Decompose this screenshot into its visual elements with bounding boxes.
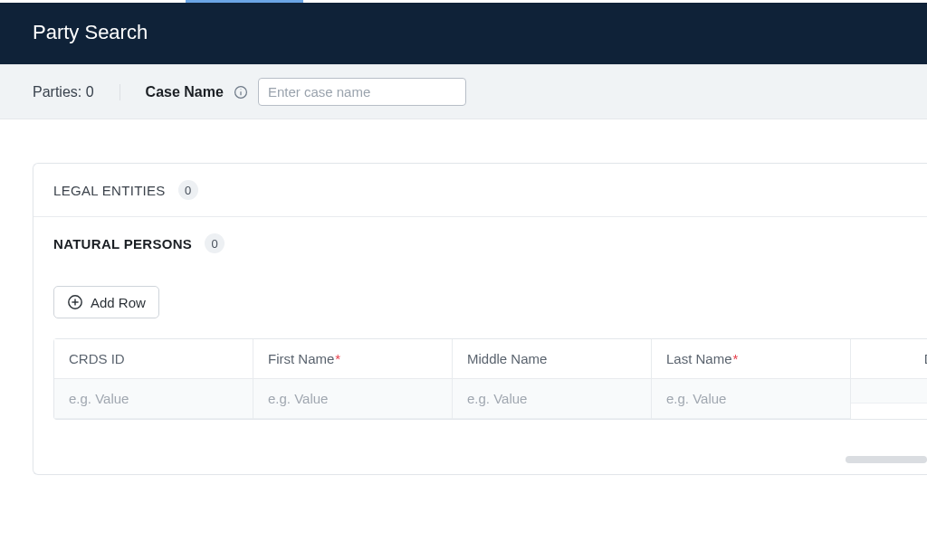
case-name-group: Case Name [146,78,466,106]
legal-entities-label: LEGAL ENTITIES [53,183,166,198]
active-tab-indicator [0,0,927,3]
cell-crds-id[interactable]: e.g. Value [54,379,253,419]
col-last-name: Last Name* e.g. Value [652,339,851,419]
page-header: Party Search [0,3,927,64]
add-row-area: Add Row [33,261,927,338]
col-middle-name: Middle Name e.g. Value [453,339,652,419]
col-crds-id: CRDS ID e.g. Value [54,339,253,419]
legal-entities-section[interactable]: LEGAL ENTITIES 0 [33,164,927,217]
cell-first-name[interactable]: e.g. Value [253,379,452,419]
add-row-button[interactable]: Add Row [53,286,159,318]
col-overflow: Da [851,339,927,419]
page-title: Party Search [33,21,148,43]
main-panel: LEGAL ENTITIES 0 NATURAL PERSONS 0 Add R… [33,163,927,475]
content-area: LEGAL ENTITIES 0 NATURAL PERSONS 0 Add R… [0,119,927,475]
th-last-name[interactable]: Last Name* [652,339,850,379]
natural-persons-count: 0 [205,233,225,253]
cell-middle-name[interactable]: e.g. Value [453,379,651,419]
case-name-input[interactable] [258,78,466,106]
table-wrapper: CRDS ID e.g. Value First Name* e.g. Valu… [33,338,927,474]
sub-header-bar: Parties: 0 Case Name [0,64,927,119]
plus-circle-icon [67,294,83,310]
cell-last-name[interactable]: e.g. Value [652,379,850,419]
th-middle-name[interactable]: Middle Name [453,339,651,379]
required-asterisk: * [335,351,340,366]
case-name-label: Case Name [146,84,224,100]
info-icon[interactable] [233,84,249,100]
natural-persons-section[interactable]: NATURAL PERSONS 0 [33,217,927,261]
parties-count: Parties: 0 [33,84,120,100]
natural-persons-label: NATURAL PERSONS [53,236,192,252]
th-first-name[interactable]: First Name* [253,339,452,379]
add-row-label: Add Row [91,295,146,310]
legal-entities-count: 0 [178,180,198,200]
col-first-name: First Name* e.g. Value [253,339,453,419]
cell-overflow[interactable] [851,379,927,403]
svg-point-2 [240,89,241,90]
horizontal-scrollbar[interactable] [846,456,927,463]
data-table: CRDS ID e.g. Value First Name* e.g. Valu… [53,338,927,420]
th-crds-id[interactable]: CRDS ID [54,339,253,379]
th-overflow[interactable]: Da [851,339,927,379]
required-asterisk: * [733,351,739,366]
